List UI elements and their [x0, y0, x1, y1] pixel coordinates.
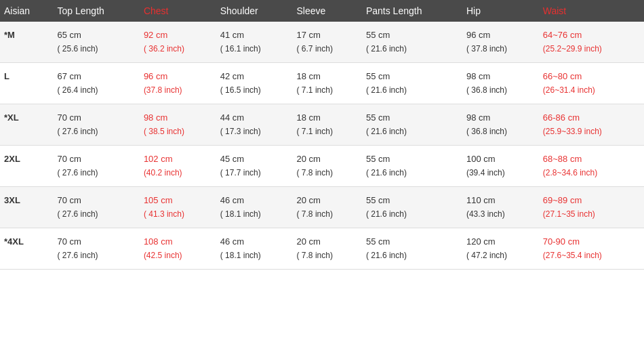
- table-row: *M65 cm( 25.6 inch)92 cm( 36.2 inch)41 c…: [0, 22, 644, 62]
- pants-length-cell: 55 cm( 21.6 inch): [362, 145, 462, 186]
- chest-cell: 102 cm(40.2 inch): [140, 145, 216, 186]
- shoulder-cell: 41 cm( 16.1 inch): [216, 22, 293, 62]
- column-header-sleeve: Sleeve: [293, 0, 362, 22]
- chest-cell: 98 cm( 38.5 inch): [140, 104, 216, 145]
- chest-cell: 92 cm( 36.2 inch): [140, 22, 216, 62]
- shoulder-cell: 42 cm( 16.5 inch): [216, 62, 293, 104]
- top-length-cell: 67 cm( 26.4 inch): [54, 62, 140, 104]
- shoulder-cell: 46 cm( 18.1 inch): [216, 186, 293, 228]
- top-length-cell: 70 cm( 27.6 inch): [54, 145, 140, 186]
- size-cell: *M: [0, 22, 54, 62]
- top-length-cell: 70 cm( 27.6 inch): [54, 228, 140, 269]
- sleeve-cell: 18 cm( 7.1 inch): [293, 62, 362, 104]
- chest-cell: 105 cm( 41.3 inch): [140, 186, 216, 228]
- shoulder-cell: 45 cm( 17.7 inch): [216, 145, 293, 186]
- pants-length-cell: 55 cm( 21.6 inch): [362, 62, 462, 104]
- size-cell: 3XL: [0, 186, 54, 228]
- column-header-top-length: Top Length: [54, 0, 140, 22]
- table-row: 2XL70 cm( 27.6 inch)102 cm(40.2 inch)45 …: [0, 145, 644, 186]
- sleeve-cell: 18 cm( 7.1 inch): [293, 104, 362, 145]
- chest-cell: 108 cm(42.5 inch): [140, 228, 216, 269]
- sleeve-cell: 20 cm( 7.8 inch): [293, 145, 362, 186]
- column-header-waist: Waist: [539, 0, 644, 22]
- pants-length-cell: 55 cm( 21.6 inch): [362, 228, 462, 269]
- column-header-hip: Hip: [462, 0, 539, 22]
- shoulder-cell: 44 cm( 17.3 inch): [216, 104, 293, 145]
- table-row: L67 cm( 26.4 inch)96 cm(37.8 inch)42 cm(…: [0, 62, 644, 104]
- hip-cell: 96 cm( 37.8 inch): [462, 22, 539, 62]
- column-header-aisian: Aisian: [0, 0, 54, 22]
- sleeve-cell: 17 cm( 6.7 inch): [293, 22, 362, 62]
- chest-cell: 96 cm(37.8 inch): [140, 62, 216, 104]
- sleeve-cell: 20 cm( 7.8 inch): [293, 228, 362, 269]
- size-cell: *4XL: [0, 228, 54, 269]
- pants-length-cell: 55 cm( 21.6 inch): [362, 22, 462, 62]
- top-length-cell: 70 cm( 27.6 inch): [54, 104, 140, 145]
- sleeve-cell: 20 cm( 7.8 inch): [293, 186, 362, 228]
- table-row: *4XL70 cm( 27.6 inch)108 cm(42.5 inch)46…: [0, 228, 644, 269]
- column-header-shoulder: Shoulder: [216, 0, 293, 22]
- column-header-chest: Chest: [140, 0, 216, 22]
- top-length-cell: 65 cm( 25.6 inch): [54, 22, 140, 62]
- hip-cell: 120 cm( 47.2 inch): [462, 228, 539, 269]
- waist-cell: 69~89 cm(27.1~35 inch): [539, 186, 644, 228]
- pants-length-cell: 55 cm( 21.6 inch): [362, 104, 462, 145]
- size-cell: *XL: [0, 104, 54, 145]
- pants-length-cell: 55 cm( 21.6 inch): [362, 186, 462, 228]
- waist-cell: 64~76 cm(25.2~29.9 inch): [539, 22, 644, 62]
- size-cell: L: [0, 62, 54, 104]
- size-cell: 2XL: [0, 145, 54, 186]
- shoulder-cell: 46 cm( 18.1 inch): [216, 228, 293, 269]
- waist-cell: 68~88 cm(2.8~34.6 inch): [539, 145, 644, 186]
- hip-cell: 98 cm( 36.8 inch): [462, 62, 539, 104]
- hip-cell: 100 cm(39.4 inch): [462, 145, 539, 186]
- column-header-pants-length: Pants Length: [362, 0, 462, 22]
- table-row: *XL70 cm( 27.6 inch)98 cm( 38.5 inch)44 …: [0, 104, 644, 145]
- waist-cell: 70-90 cm(27.6~35.4 inch): [539, 228, 644, 269]
- waist-cell: 66-86 cm(25.9~33.9 inch): [539, 104, 644, 145]
- table-row: 3XL70 cm( 27.6 inch)105 cm( 41.3 inch)46…: [0, 186, 644, 228]
- waist-cell: 66~80 cm(26~31.4 inch): [539, 62, 644, 104]
- top-length-cell: 70 cm( 27.6 inch): [54, 186, 140, 228]
- hip-cell: 110 cm(43.3 inch): [462, 186, 539, 228]
- size-chart: AisianTop LengthChestShoulderSleevePants…: [0, 0, 644, 270]
- hip-cell: 98 cm( 36.8 inch): [462, 104, 539, 145]
